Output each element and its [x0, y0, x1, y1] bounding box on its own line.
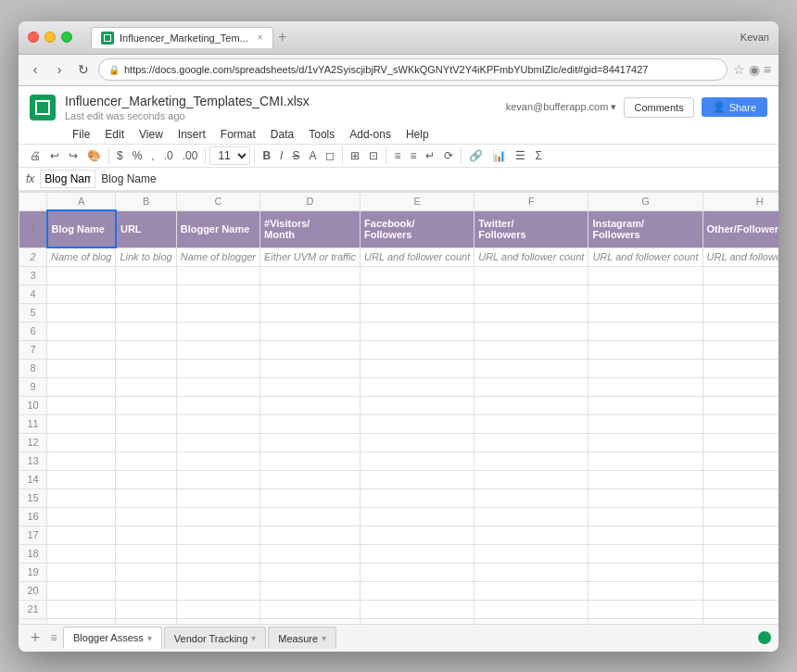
- strikethrough-button[interactable]: S: [288, 147, 303, 164]
- col-header-g[interactable]: G: [588, 192, 702, 210]
- paint-format-button[interactable]: 🎨: [83, 147, 105, 164]
- function-button[interactable]: Σ: [531, 147, 545, 164]
- cell-d1[interactable]: #Visitors/Month: [260, 210, 361, 247]
- cell-d2[interactable]: Either UVM or traffic: [260, 247, 361, 266]
- browser-tab[interactable]: Influencer_Marketing_Tem... ×: [91, 27, 273, 48]
- tab-close-button[interactable]: ×: [258, 32, 263, 43]
- col-header-c[interactable]: C: [176, 192, 259, 210]
- cell-g1[interactable]: Instagram/Followers: [588, 210, 702, 247]
- sheets-logo-inner: [35, 100, 50, 115]
- sync-indicator: [758, 631, 771, 644]
- cell-reference[interactable]: [40, 170, 95, 188]
- sheet-tab-blogger-assess[interactable]: Blogger Assess ▾: [63, 627, 162, 649]
- borders-button[interactable]: ⊞: [347, 147, 363, 164]
- refresh-button[interactable]: ↻: [74, 60, 93, 79]
- menu-file[interactable]: File: [65, 125, 97, 144]
- sheets-filename: Influencer_Marketing_Templates_CMI.xlsx: [65, 94, 497, 108]
- cell-h1[interactable]: Other/Followers: [702, 210, 778, 247]
- menu-data[interactable]: Data: [263, 125, 301, 144]
- menu-tools[interactable]: Tools: [301, 125, 342, 144]
- rotate-button[interactable]: ⟳: [440, 147, 457, 164]
- dec-inc-button[interactable]: .00: [179, 147, 202, 164]
- comma-button[interactable]: ,: [147, 147, 158, 164]
- cell-a2[interactable]: Name of blog: [47, 247, 116, 266]
- chart-button[interactable]: 📊: [488, 147, 510, 164]
- col-header-f[interactable]: F: [474, 192, 588, 210]
- opera-icon[interactable]: ◉: [749, 62, 760, 77]
- back-button[interactable]: ‹: [26, 60, 44, 79]
- cell-h2[interactable]: URL and follower count: [702, 247, 778, 266]
- cell-g2[interactable]: URL and follower count: [588, 247, 702, 266]
- cell-b2[interactable]: Link to blog: [116, 247, 176, 266]
- table-row: 19: [19, 563, 779, 581]
- new-tab-button[interactable]: +: [273, 28, 292, 46]
- cell-b1[interactable]: URL: [116, 210, 176, 247]
- maximize-button[interactable]: [61, 32, 72, 43]
- share-button[interactable]: 👤 Share: [702, 97, 767, 117]
- cell-c1[interactable]: Blogger Name: [176, 210, 259, 247]
- print-button[interactable]: 🖨: [26, 147, 44, 164]
- add-sheet-button[interactable]: +: [26, 628, 44, 647]
- table-row: 10: [19, 396, 779, 414]
- spreadsheet-container[interactable]: A B C D E F G H I J 1 Blog Name URL: [19, 192, 778, 624]
- col-header-d[interactable]: D: [260, 192, 361, 210]
- spreadsheet-grid: A B C D E F G H I J 1 Blog Name URL: [19, 192, 778, 624]
- undo-button[interactable]: ↩: [46, 147, 63, 164]
- menu-format[interactable]: Format: [213, 125, 263, 144]
- col-header-b[interactable]: B: [116, 192, 176, 210]
- sheet-tab-vendor-tracking[interactable]: Vendor Tracking ▾: [164, 627, 267, 649]
- row-num-1: 1: [19, 210, 47, 247]
- table-row: 15: [19, 488, 779, 507]
- cell-f1[interactable]: Twitter/Followers: [474, 210, 588, 247]
- menu-view[interactable]: View: [132, 125, 171, 144]
- table-row: 13: [19, 451, 779, 470]
- forward-button[interactable]: ›: [50, 60, 69, 79]
- table-row: 3: [19, 266, 779, 285]
- filter-button[interactable]: ☰: [512, 147, 529, 164]
- wrap-button[interactable]: ↵: [422, 147, 438, 164]
- bookmark-icon[interactable]: ☆: [733, 62, 745, 77]
- percent-button[interactable]: %: [129, 147, 146, 164]
- font-size-select[interactable]: 11: [209, 146, 250, 165]
- sheet-tab-arrow: ▾: [251, 633, 256, 643]
- align-left-button[interactable]: ≡: [390, 147, 404, 164]
- menu-icon[interactable]: ≡: [764, 62, 771, 77]
- url-bar[interactable]: 🔒 https://docs.google.com/spreadsheets/d…: [98, 58, 727, 81]
- menu-addons[interactable]: Add-ons: [342, 125, 398, 144]
- merge-button[interactable]: ⊡: [365, 147, 382, 164]
- sheets-title-row: Influencer_Marketing_Templates_CMI.xlsx …: [19, 86, 778, 125]
- italic-button[interactable]: I: [276, 147, 286, 164]
- address-bar: ‹ › ↻ 🔒 https://docs.google.com/spreadsh…: [19, 55, 778, 86]
- minimize-button[interactable]: [44, 32, 56, 43]
- col-header-a[interactable]: A: [47, 192, 116, 210]
- col-header-corner: [19, 192, 47, 210]
- fill-color-button[interactable]: ◻: [322, 147, 338, 164]
- formula-input[interactable]: [101, 172, 771, 185]
- redo-button[interactable]: ↪: [65, 147, 82, 164]
- tab-title: Influencer_Marketing_Tem...: [120, 32, 248, 44]
- menu-edit[interactable]: Edit: [97, 125, 132, 144]
- sheet-tab-measure[interactable]: Measure ▾: [268, 627, 336, 649]
- close-button[interactable]: [28, 32, 39, 43]
- col-header-h[interactable]: H: [702, 192, 778, 210]
- comments-button[interactable]: Comments: [624, 97, 693, 118]
- align-center-button[interactable]: ≡: [406, 147, 420, 164]
- currency-button[interactable]: $: [113, 147, 127, 164]
- cell-e2[interactable]: URL and follower count: [361, 247, 474, 266]
- dec-dec-button[interactable]: .0: [160, 147, 177, 164]
- bold-button[interactable]: B: [259, 147, 274, 164]
- cell-f2[interactable]: URL and follower count: [474, 247, 588, 266]
- col-header-e[interactable]: E: [361, 192, 474, 210]
- link-button[interactable]: 🔗: [465, 147, 487, 164]
- cell-a1[interactable]: Blog Name: [47, 210, 116, 247]
- cell-e1[interactable]: Facebook/Followers: [361, 210, 474, 247]
- menu-help[interactable]: Help: [398, 125, 436, 144]
- address-bar-actions: ☆ ◉ ≡: [733, 62, 771, 77]
- cell-c2[interactable]: Name of blogger: [176, 247, 259, 266]
- traffic-lights: [28, 32, 72, 43]
- font-color-button[interactable]: A: [305, 147, 320, 164]
- sheet-menu-button[interactable]: ≡: [44, 628, 63, 647]
- header-row: 1 Blog Name URL Blogger Name #Visitors/M…: [19, 210, 779, 247]
- menu-insert[interactable]: Insert: [171, 125, 213, 144]
- sheet-tab-label: Measure: [278, 633, 318, 644]
